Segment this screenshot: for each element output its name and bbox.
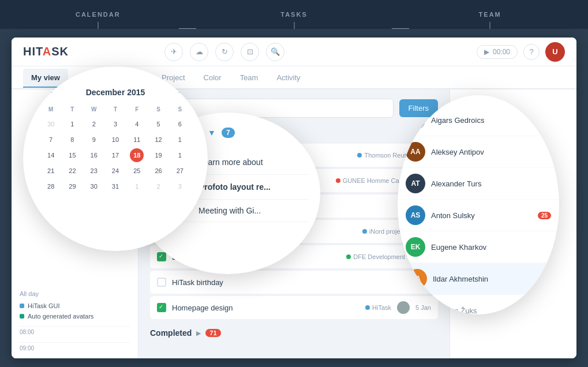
incomplete-dropdown-arrow[interactable]: ▼ [208, 128, 216, 137]
avatar-anton: AS [406, 205, 425, 225]
badge-anton: 25 [538, 212, 551, 219]
task-check-birthday[interactable] [157, 278, 166, 287]
cal-cell-1-jan[interactable]: 1 [130, 179, 144, 193]
cal-cell-27[interactable]: 27 [173, 164, 187, 178]
task-name-homepage: Homepage design [172, 304, 359, 312]
sync-tool-btn[interactable]: ↻ [215, 43, 234, 61]
cal-cell-2[interactable]: 2 [87, 117, 101, 131]
cal-cell-8[interactable]: 8 [65, 133, 79, 147]
cal-days-header: M T W T F S S [40, 104, 190, 114]
tab-team[interactable]: Team [232, 69, 267, 87]
tab-color[interactable]: Color [196, 69, 230, 87]
calendar-overlay: ← December 2015 → M T W T F S S 30 1 2 3… [23, 66, 208, 251]
cal-cell-19[interactable]: 19 [152, 148, 166, 162]
task-name-birthday: HiTask birthday [172, 278, 431, 287]
cal-cell-1[interactable]: 1 [65, 117, 79, 131]
cal-cell-25[interactable]: 25 [130, 164, 144, 178]
cal-cell-10[interactable]: 10 [108, 133, 122, 147]
user-avatar[interactable]: U [545, 42, 565, 62]
project-dot-inord [362, 229, 367, 234]
cal-cell-5[interactable]: 5 [152, 117, 166, 131]
cal-cell-17[interactable]: 17 [108, 148, 122, 162]
cal-cell-9[interactable]: 9 [87, 133, 101, 147]
cal-cell-11[interactable]: 11 [130, 133, 144, 147]
main-area: HITASK ✈ ☁ ↻ ⊡ 🔍 ▶ 00:00 ? U My view Dat… [12, 38, 576, 358]
task-project-dfe: DFE Development [346, 253, 405, 260]
cal-cell-4[interactable]: 4 [130, 117, 144, 131]
top-nav: CALENDAR TASKS TEAM [0, 0, 588, 29]
task-row-homepage: Homepage design HiTask 5 Jan [150, 296, 438, 319]
tab-activity[interactable]: Activity [268, 69, 308, 87]
cal-cell-14[interactable]: 14 [44, 148, 58, 162]
project-dot-1 [357, 153, 362, 158]
nav-tasks[interactable]: TASKS [196, 0, 392, 29]
cal-cell-28[interactable]: 28 [44, 179, 58, 193]
cal-cell-12[interactable]: 12 [152, 133, 166, 147]
cal-cell-18-today[interactable]: 18 [130, 148, 144, 162]
incomplete-task-name-2: Profoto layout re... [199, 182, 271, 192]
help-button[interactable]: ? [523, 44, 540, 60]
schedule-item-name-2: Auto generated avatars [28, 313, 93, 320]
day-label-s1: S [148, 104, 168, 114]
day-label-t2: T [105, 104, 126, 114]
day-label-m: M [40, 104, 61, 114]
task-check-homepage[interactable] [157, 303, 166, 312]
cal-cell-3[interactable]: 3 [108, 117, 122, 131]
cal-cell-7[interactable]: 7 [44, 133, 58, 147]
cal-cell-3-jan[interactable]: 3 [173, 179, 187, 193]
schedule-item-2: Auto generated avatars [20, 311, 130, 321]
team-member-aleksey[interactable]: AA Aleksey Antipov [398, 136, 559, 168]
schedule-item-name-1: HiTask GUI [28, 302, 60, 309]
project-dot-homepage [365, 305, 370, 310]
cal-cell-31[interactable]: 31 [108, 179, 122, 193]
app-logo: HITASK [23, 45, 69, 58]
cal-cell-26[interactable]: 26 [152, 164, 166, 178]
cal-cell-23[interactable]: 23 [87, 164, 101, 178]
team-member-alexander[interactable]: AT Alexander Turs [398, 168, 559, 200]
nav-team[interactable]: TEAM [392, 0, 588, 29]
day-label-s2: S [170, 104, 190, 114]
team-member-kaspars[interactable]: KZ Kaspars Žuks [398, 295, 559, 314]
timer-button[interactable]: ▶ 00:00 [477, 45, 518, 59]
incomplete-task-name-3: Meeting with Gi... [199, 206, 261, 215]
cal-grid: M T W T F S S 30 1 2 3 4 5 6 7 8 9 [35, 104, 196, 194]
cal-cell-16[interactable]: 16 [87, 148, 101, 162]
cal-cell-6[interactable]: 6 [173, 117, 187, 131]
nav-tasks-label: TASKS [280, 11, 307, 18]
cloud-tool-btn[interactable]: ☁ [190, 43, 208, 61]
cal-cell-2-jan[interactable]: 2 [152, 179, 166, 193]
cal-cell-24[interactable]: 24 [108, 164, 122, 178]
search-tool-btn[interactable]: 🔍 [266, 43, 284, 61]
cal-cell-15[interactable]: 15 [65, 148, 79, 162]
cal-cell-30[interactable]: 30 [87, 179, 101, 193]
incomplete-task-name-1: Learn more about [199, 158, 263, 167]
task-project-homepage: HiTask [365, 304, 391, 311]
name-aleksey: Aleksey Antipov [431, 148, 484, 156]
time-row-09: 09:00 [20, 342, 130, 358]
send-tool-btn[interactable]: ✈ [164, 43, 183, 61]
cal-cell-20[interactable]: 1 [173, 148, 187, 162]
name-aigars: Aigars Gedroics [431, 116, 484, 125]
cal-cell-30-nov[interactable]: 30 [44, 117, 58, 131]
archive-tool-btn[interactable]: ⊡ [241, 43, 259, 61]
task-row-birthday: HiTask birthday [150, 271, 438, 294]
nav-calendar[interactable]: CALENDAR [0, 0, 196, 29]
team-member-anton[interactable]: AS Anton Sulsky 25 [398, 200, 559, 231]
time-label-09: 09:00 [20, 344, 36, 351]
completed-section-header[interactable]: Completed ▶ 71 [150, 321, 438, 341]
header-right: ▶ 00:00 ? U [477, 42, 565, 62]
schedule-dot-1 [20, 304, 24, 308]
time-row-08: 08:00 [20, 326, 130, 342]
cal-cell-29[interactable]: 29 [65, 179, 79, 193]
task-check-dfe[interactable] [157, 252, 166, 261]
time-label-08: 08:00 [20, 328, 36, 335]
avatar-kaspars: KZ [406, 301, 425, 314]
cal-cell-21[interactable]: 21 [44, 164, 58, 178]
name-ildar: Ildar Akhmetshin [433, 275, 488, 283]
day-label-f: F [126, 104, 147, 114]
cal-cell-22[interactable]: 22 [65, 164, 79, 178]
name-eugene: Eugene Kharkov [431, 243, 486, 252]
cal-cell-13[interactable]: 1 [173, 133, 187, 147]
team-member-eugene[interactable]: EK Eugene Kharkov [398, 231, 559, 263]
schedule-dot-2 [20, 314, 24, 319]
